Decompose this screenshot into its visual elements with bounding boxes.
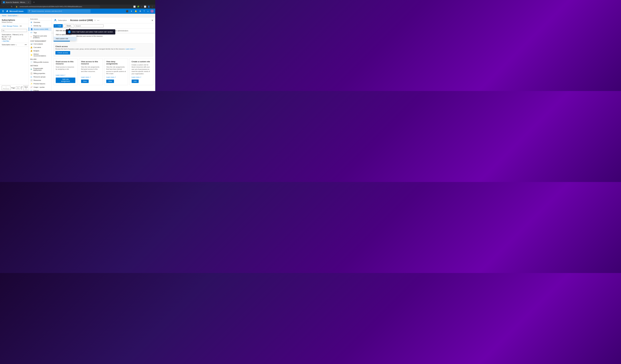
sub-more-btn[interactable]: ••• — [25, 44, 27, 46]
card-grant-learn-more[interactable]: Learn more ↗ — [56, 74, 75, 76]
bookmark-icon[interactable]: ☆ — [140, 5, 143, 8]
nav-item-preview[interactable]: ✨ Preview features — [29, 82, 52, 85]
extension-icon[interactable]: 🧩 — [137, 5, 140, 8]
new-tab-btn[interactable]: + — [32, 1, 35, 4]
forward-btn[interactable]: → — [6, 5, 9, 8]
iam-panel: Subscription Access control (IAM) ☆ — ✕ … — [52, 17, 155, 91]
sidebar-manage-btn[interactable]: Manage Policies — [7, 25, 18, 27]
toolbar-search[interactable] — [75, 24, 104, 27]
refresh-btn[interactable]: ↻ — [10, 5, 13, 8]
card-create-custom-learn-more[interactable]: Learn more ↗ — [132, 76, 151, 78]
nav-item-tags[interactable]: 🏷 Tags — [29, 31, 52, 34]
card-view-deny-title: View deny assignments — [106, 61, 126, 65]
card-view-access: View access to this resource View the ro… — [79, 58, 103, 85]
search-icon: 🔍 — [29, 10, 31, 12]
filter-status: Status == all — [2, 38, 10, 40]
iam-content: View the role assignments that determine… — [52, 33, 155, 91]
nav-label-tags: Tags — [34, 32, 37, 33]
screen-cast-icon[interactable]: ⬜ — [133, 5, 136, 8]
browser-tab[interactable]: A Azure for Students - Micros... ✕ — [1, 0, 31, 4]
iam-content-panel: Subscription Access control (IAM) ☆ — ✕ … — [52, 17, 155, 91]
download-btn[interactable]: ↓ Down... — [64, 24, 74, 28]
panel-star-btn[interactable]: ☆ — [94, 19, 96, 21]
address-url: ...onmicrosoft.com/resource/subscription… — [18, 6, 82, 7]
azure-logo-text: Microsoft Azure — [9, 10, 23, 12]
nav-label-overview: Overview — [34, 21, 40, 23]
nav-label-resource-groups: Resource groups — [34, 76, 46, 78]
nav-item-usage-quotas[interactable]: 📈 Usage + quotas — [29, 85, 52, 89]
sidebar-more-btn[interactable]: ••• — [20, 25, 22, 27]
cloud-shell-icon[interactable]: ⬛ — [125, 9, 129, 13]
user-avatar[interactable]: U — [150, 9, 154, 13]
inner-nav-context: Subscription — [29, 17, 52, 21]
topbar-icons: ⬛ ✦ 🔔 ⚙ ? ☺ U — [125, 9, 154, 13]
view-access-btn[interactable]: View — [81, 79, 89, 83]
nav-item-programmatic[interactable]: ⚙ Programmatic deployment — [29, 67, 52, 72]
nav-label-access-control: Access control (IAM) — [34, 28, 48, 30]
toolbar-search-input[interactable] — [75, 24, 104, 27]
add-btn[interactable]: + + Add — [53, 24, 63, 28]
browser-chrome: A Azure for Students - Micros... ✕ + — [0, 0, 155, 5]
page-input[interactable] — [16, 87, 20, 89]
hamburger-menu-icon[interactable]: ☰ — [1, 9, 5, 13]
more-icon[interactable]: ⋮ — [151, 5, 154, 8]
user-icon[interactable]: 👤 — [147, 5, 150, 8]
sidebar-search-input[interactable] — [1, 29, 27, 32]
panel-context-label: Subscription — [58, 19, 69, 21]
card-view-deny: View deny assignments View the role assi… — [104, 58, 128, 85]
feedback-icon[interactable]: ☺ — [146, 9, 150, 13]
profile-icon[interactable]: ⬜ — [144, 5, 147, 8]
sidebar-subtitle: Default Directory — [2, 21, 27, 23]
copilot-icon[interactable]: ✦ — [130, 9, 133, 13]
dropdown-item-add-custom-role[interactable]: Add custom role — [54, 37, 76, 41]
sub-header-label[interactable]: Subscription name ↑↓ — [2, 44, 17, 46]
nav-item-billing-props[interactable]: 📋 Billing properties — [29, 72, 52, 75]
cost-alerts-icon: 🔔 — [30, 46, 32, 48]
iam-icon-svg — [54, 19, 57, 22]
breadcrumb-subscriptions[interactable]: Subscriptions — [8, 15, 17, 16]
check-access-learn-more[interactable]: Learn more ↗ — [126, 48, 135, 50]
nav-item-policies[interactable]: 🛡 Policies — [29, 89, 52, 91]
nav-item-diagnose[interactable]: ⚕ Diagnose and solve problems — [29, 34, 52, 39]
view-deny-btn[interactable]: View — [106, 79, 114, 83]
panel-close-btn[interactable]: ✕ — [151, 19, 153, 22]
nav-item-cost-alerts[interactable]: 🔔 Cost alerts — [29, 46, 52, 49]
prev-page-btn[interactable]: < Previous — [2, 86, 10, 90]
create-custom-role-btn[interactable]: Add — [132, 79, 139, 83]
search-input[interactable] — [32, 10, 89, 12]
nav-item-access-control[interactable]: 👤 Access control (IAM) — [29, 28, 52, 31]
card-view-access-learn-more[interactable]: Learn more ↗ — [81, 76, 101, 78]
address-bar[interactable]: 🔒 ...onmicrosoft.com/resource/subscripti… — [14, 5, 100, 8]
card-grant-desc: Grant access to resources by assigning a… — [56, 66, 75, 73]
nav-item-overview[interactable]: ⊞ Overview — [29, 21, 52, 24]
add-role-assignment-btn[interactable]: Add role assignment — [56, 78, 75, 83]
nav-item-billing-invoices[interactable]: 📄 Billing profile invoices — [29, 60, 52, 64]
add-label: + Add — [57, 25, 61, 27]
breadcrumb-home[interactable]: Home — [2, 15, 6, 16]
azure-search-bar[interactable]: 🔍 — [28, 9, 90, 13]
nav-label-cost-analysis: Cost analysis — [34, 43, 43, 45]
nav-item-budgets[interactable]: 💰 Budgets — [29, 49, 52, 52]
nav-item-cost-analysis[interactable]: 📊 Cost analysis — [29, 42, 52, 46]
back-btn[interactable]: ← — [2, 5, 5, 8]
nav-item-resources[interactable]: ⬜ Resources — [29, 79, 52, 82]
card-view-deny-learn-more[interactable]: Learn more ↗ — [106, 76, 126, 78]
nav-item-resource-groups[interactable]: 🗂 Resource groups — [29, 75, 52, 79]
nav-item-activity-log[interactable]: ≡ Activity log — [29, 24, 52, 28]
settings-icon[interactable]: ⚙ — [138, 9, 142, 13]
nav-label-budgets: Budgets — [34, 50, 39, 52]
nav-label-policies: Policies — [34, 90, 39, 91]
lock-icon: 🔒 — [16, 6, 17, 7]
resource-groups-icon: 🗂 — [30, 76, 32, 78]
tab-close-btn[interactable]: ✕ — [28, 1, 30, 3]
sidebar-add-btn[interactable]: + Add — [2, 25, 6, 27]
notifications-icon[interactable]: 🔔 — [134, 9, 138, 13]
add-filter-btn[interactable]: + Add filter — [2, 40, 9, 42]
check-access-btn[interactable]: Check access — [55, 51, 70, 55]
panel-more-btn[interactable]: — — [97, 19, 99, 22]
next-page-btn[interactable]: Next > — [23, 86, 29, 90]
download-label: Down... — [67, 25, 72, 27]
nav-label-cost-alerts: Cost alerts — [34, 47, 41, 48]
nav-item-advisor[interactable]: ⭐ Advisor recommendations — [29, 52, 52, 57]
help-icon[interactable]: ? — [143, 9, 145, 13]
